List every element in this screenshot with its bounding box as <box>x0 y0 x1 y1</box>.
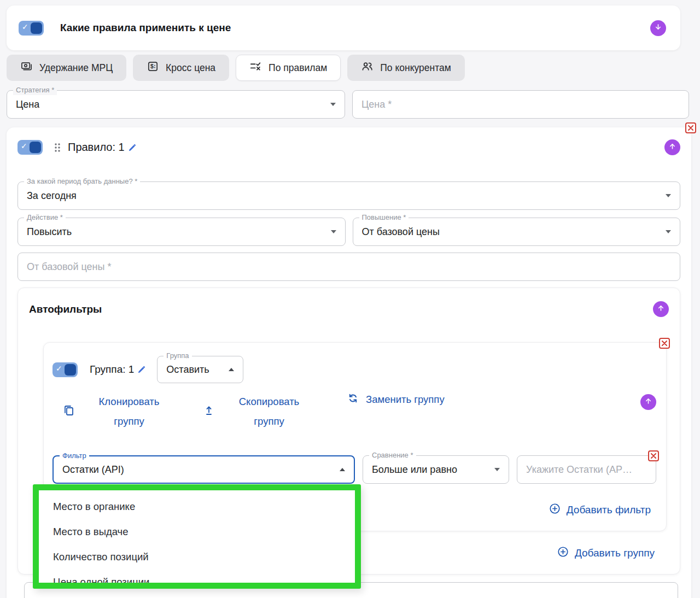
autofilters-title: Автофильтры <box>29 303 102 315</box>
move-group-up-button[interactable] <box>640 394 656 410</box>
filter-value-input-wrap <box>517 455 656 484</box>
chevron-down-icon <box>331 230 336 233</box>
rules-enabled-toggle[interactable]: ✓ <box>19 21 44 36</box>
field-label: Стратегия * <box>13 86 57 95</box>
toggle-knob <box>30 142 41 153</box>
action-label: Клонировать группу <box>88 392 171 431</box>
move-rule-up-button[interactable] <box>664 139 680 155</box>
field-label: За какой период брать данные? * <box>24 177 140 186</box>
drag-handle-icon[interactable] <box>54 142 61 153</box>
chevron-down-icon <box>494 468 500 471</box>
period-select[interactable]: За какой период брать данные? * За сегод… <box>18 181 680 210</box>
plus-circle-icon <box>549 502 561 518</box>
edit-pencil-icon[interactable] <box>128 143 137 152</box>
check-icon: ✓ <box>22 23 28 31</box>
chevron-down-icon <box>330 103 336 106</box>
chevron-down-icon <box>666 230 671 233</box>
action-label: Заменить группу <box>366 394 445 406</box>
check-icon: ✓ <box>56 365 62 372</box>
chevron-up-icon <box>340 468 345 471</box>
comparison-select[interactable]: Сравнение * Больше или равно <box>363 455 509 484</box>
price-tag-icon: $ <box>147 60 159 75</box>
field-value: Цена <box>16 99 39 110</box>
chevron-up-icon <box>229 368 234 371</box>
tab-mrc-hold[interactable]: Удержание МРЦ <box>7 55 126 81</box>
field-label: Действие * <box>24 213 66 222</box>
add-filter-button[interactable]: Добавить фильтр <box>549 502 651 518</box>
raise-select[interactable]: Повышение * От базовой цены <box>353 218 681 246</box>
group-enabled-toggle[interactable]: ✓ <box>52 362 78 377</box>
add-filter-label: Добавить фильтр <box>567 504 651 516</box>
move-autofilters-up-button[interactable] <box>653 301 669 317</box>
edit-pencil-icon[interactable] <box>137 365 146 374</box>
tab-label: Кросс цена <box>166 62 215 74</box>
action-select[interactable]: Действие * Повысить <box>18 218 346 246</box>
field-value: Больше или равно <box>372 464 457 476</box>
delete-rule-button[interactable] <box>685 122 696 133</box>
rule-header: ✓ Правило: 1 <box>18 139 680 155</box>
close-icon <box>662 341 667 346</box>
dropdown-option[interactable]: Цена одной позиции <box>39 570 355 589</box>
delete-group-button[interactable] <box>659 338 670 349</box>
field-label: Группа <box>164 351 191 361</box>
arrow-down-icon <box>654 23 662 33</box>
group-actions: Клонировать группу Скопировать группу За… <box>52 392 656 431</box>
rule-icon <box>249 60 262 75</box>
plus-circle-icon <box>557 546 569 561</box>
tab-cross-price[interactable]: $ Кросс цена <box>133 55 229 81</box>
filter-row: Фильтр Остатки (API) Сравнение * Больше … <box>52 455 656 484</box>
group-header: ✓ Группа: 1 Группа Оставить <box>52 356 656 383</box>
clone-group-button[interactable]: Клонировать группу <box>62 392 171 431</box>
banknote-icon <box>20 60 33 75</box>
dropdown-option[interactable]: Место в выдаче <box>39 519 355 544</box>
base-price-input[interactable] <box>27 261 671 273</box>
toggle-knob <box>65 364 76 376</box>
tab-label: По конкурентам <box>380 62 451 74</box>
base-price-input-wrap <box>18 253 680 281</box>
rule-enabled-toggle[interactable]: ✓ <box>18 140 43 155</box>
group-title: Группа: 1 <box>90 364 134 376</box>
add-group-label: Добавить группу <box>575 547 655 559</box>
add-group-button[interactable]: Добавить группу <box>557 546 655 561</box>
tab-by-rules[interactable]: По правилам <box>236 55 341 81</box>
arrow-up-icon <box>644 397 652 407</box>
field-value: За сегодня <box>27 190 77 202</box>
field-label: Сравнение * <box>369 451 416 460</box>
price-input-wrap <box>352 90 689 119</box>
tab-label: По правилам <box>269 62 327 74</box>
tab-by-competitors[interactable]: По конкурентам <box>347 55 465 81</box>
arrow-up-icon <box>668 142 676 153</box>
field-label: Фильтр <box>60 452 89 461</box>
strategy-tabs: Удержание МРЦ $ Кросс цена По правилам П… <box>7 55 691 81</box>
dropdown-option[interactable]: Количество позиций <box>39 544 355 570</box>
strategy-select[interactable]: Стратегия * Цена <box>7 90 345 119</box>
action-label: Скопировать группу <box>228 392 311 431</box>
annotation-highlight-box: Место в органике Место в выдаче Количест… <box>33 484 361 589</box>
page-title: Какие правила применить к цене <box>60 22 231 34</box>
field-label: Повышение * <box>359 213 409 222</box>
delete-filter-button[interactable] <box>648 450 659 461</box>
rule-title: Правило: 1 <box>68 141 125 154</box>
dropdown-option[interactable]: Место в органике <box>39 494 355 519</box>
replace-group-button[interactable]: Заменить группу <box>347 392 445 407</box>
rules-header-card: ✓ Какие правила применить к цене <box>7 5 680 50</box>
competitors-icon <box>361 60 374 75</box>
close-icon <box>688 125 693 131</box>
close-icon <box>651 453 656 459</box>
filter-dropdown-menu: Место в органике Место в выдаче Количест… <box>39 490 355 589</box>
toggle-knob <box>31 22 42 34</box>
check-icon: ✓ <box>21 142 27 150</box>
filter-value-input[interactable] <box>526 464 647 476</box>
collapse-section-button[interactable] <box>650 20 666 36</box>
filter-select[interactable]: Фильтр Остатки (API) <box>52 455 355 484</box>
copy-icon <box>62 404 75 419</box>
field-value: Остатки (API) <box>62 464 124 476</box>
tab-label: Удержание МРЦ <box>39 62 113 74</box>
arrow-up-icon <box>657 304 665 314</box>
price-input[interactable] <box>361 99 680 110</box>
upload-icon <box>202 404 215 419</box>
field-value: От базовой цены <box>362 226 440 238</box>
group-mode-select[interactable]: Группа Оставить <box>157 356 243 383</box>
copy-group-button[interactable]: Скопировать группу <box>202 392 311 431</box>
sync-icon <box>347 392 359 407</box>
